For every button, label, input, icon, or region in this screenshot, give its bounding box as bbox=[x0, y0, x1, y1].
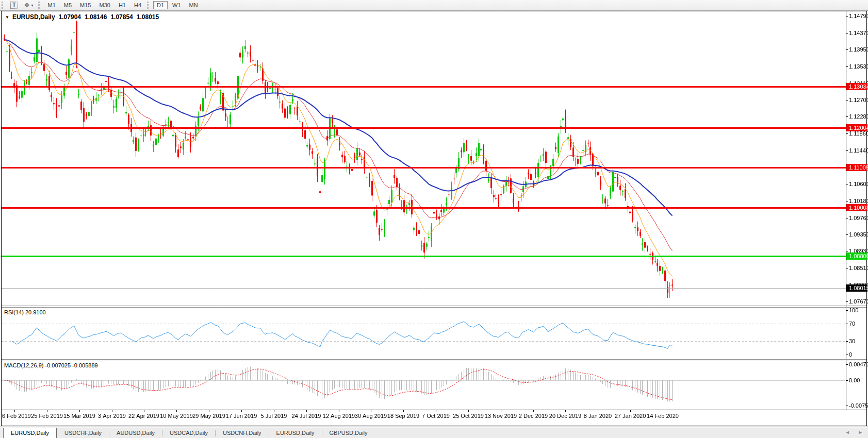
timeframe-button-w1[interactable]: W1 bbox=[169, 1, 185, 9]
toolbar-drag-handle[interactable] bbox=[38, 2, 41, 9]
chart-canvas[interactable] bbox=[0, 0, 868, 438]
chart-title-overlay: ▼ EURUSD,Daily 1.07904 1.08146 1.07854 1… bbox=[5, 13, 165, 21]
tile-windows-button[interactable]: ❖ ▾ bbox=[22, 1, 36, 10]
timeframe-button-h4[interactable]: H4 bbox=[130, 1, 145, 9]
tile-windows-icon: ❖ bbox=[24, 2, 30, 9]
timeframe-button-m15[interactable]: M15 bbox=[76, 1, 94, 9]
tab-audusd-daily[interactable]: AUDUSD,Daily bbox=[109, 428, 162, 438]
dropdown-caret-icon: ▾ bbox=[31, 3, 34, 8]
quote-close: 1.08015 bbox=[137, 13, 159, 21]
symbol-period-label: EURUSD,Daily bbox=[12, 13, 55, 21]
window-menu-caret-icon[interactable]: ▼ bbox=[5, 15, 9, 20]
text-tool-button[interactable]: T bbox=[8, 1, 21, 10]
tab-usdcnh-daily[interactable]: USDCNH,Daily bbox=[216, 428, 269, 438]
tab-scroll-arrows: ◄ ► bbox=[838, 430, 863, 435]
tab-usdchf-daily[interactable]: USDCHF,Daily bbox=[57, 428, 109, 438]
tab-eurusd-daily[interactable]: EURUSD,Daily bbox=[269, 428, 322, 438]
tab-eurusd-daily[interactable]: EURUSD,Daily bbox=[3, 428, 57, 438]
timeframe-button-d1[interactable]: D1 bbox=[153, 1, 168, 9]
tab-usdcad-daily[interactable]: USDCAD,Daily bbox=[162, 428, 215, 438]
timeframe-buttons: M1M5M15M30H1H4D1W1MN bbox=[44, 1, 202, 9]
toolbar-drag-handle[interactable] bbox=[147, 2, 150, 9]
timeframe-button-m5[interactable]: M5 bbox=[60, 1, 75, 9]
text-tool-icon: T bbox=[10, 2, 18, 9]
macd-indicator-label: MACD(12,26,9) -0.007025 -0.005889 bbox=[4, 362, 100, 368]
timeframe-button-mn[interactable]: MN bbox=[186, 1, 202, 9]
main-toolbar: T ❖ ▾ M1M5M15M30H1H4D1W1MN bbox=[0, 0, 868, 11]
tab-gbpusd-daily[interactable]: GBPUSD,Daily bbox=[322, 428, 375, 438]
tab-scroll-right-button[interactable]: ► bbox=[858, 430, 863, 435]
rsi-indicator-label: RSI(14) 20.9100 bbox=[4, 309, 47, 315]
quote-high: 1.08146 bbox=[85, 13, 107, 21]
timeframe-button-m30[interactable]: M30 bbox=[95, 1, 113, 9]
tab-scroll-left-button[interactable]: ◄ bbox=[845, 430, 850, 435]
chart-tab-bar: EURUSD,DailyUSDCHF,DailyAUDUSD,DailyUSDC… bbox=[0, 427, 868, 438]
quote-low: 1.07854 bbox=[110, 13, 133, 21]
toolbar-drag-handle[interactable] bbox=[2, 2, 5, 9]
timeframe-button-h1[interactable]: H1 bbox=[115, 1, 129, 9]
quote-open: 1.07904 bbox=[59, 13, 81, 21]
timeframe-button-m1[interactable]: M1 bbox=[44, 1, 59, 9]
